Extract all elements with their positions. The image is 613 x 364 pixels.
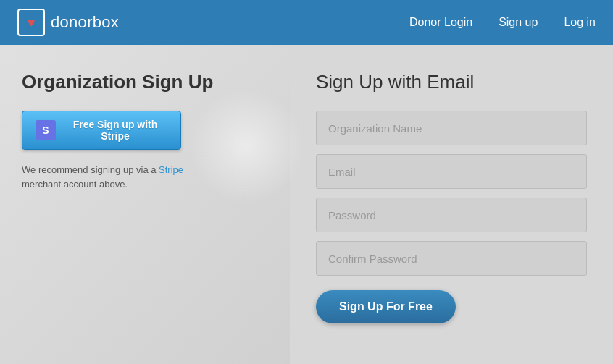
donor-login-link[interactable]: Donor Login [409,16,472,29]
recommend-suffix: merchant account above. [22,179,128,190]
stripe-button-label: Free Sign up with Stripe [63,119,167,142]
stripe-icon: S [36,120,56,140]
logo-heart-icon: ♥ [28,16,36,29]
header: ♥ donorbox Donor Login Sign up Log in [0,0,613,45]
recommend-prefix: We recommend signing up via a [22,164,159,175]
logo-area: ♥ donorbox [17,9,119,36]
stripe-letter: S [42,124,49,136]
left-panel: Organization Sign Up S Free Sign up with… [0,45,290,364]
signup-button[interactable]: Sign Up For Free [316,290,456,323]
form-title: Sign Up with Email [316,71,587,93]
stripe-text-link[interactable]: Stripe [159,164,183,175]
right-panel: Sign Up with Email Sign Up For Free [290,45,613,364]
email-input[interactable] [316,154,587,189]
org-name-input[interactable] [316,111,587,145]
confirm-password-input[interactable] [316,241,587,276]
password-input[interactable] [316,198,587,232]
nav-links: Donor Login Sign up Log in [409,16,596,29]
logo-box: ♥ [17,9,45,36]
sign-up-link[interactable]: Sign up [499,16,538,29]
logo-text: donorbox [51,13,119,32]
log-in-link[interactable]: Log in [564,16,596,29]
left-panel-title: Organization Sign Up [22,71,268,93]
main-content: Organization Sign Up S Free Sign up with… [0,45,613,364]
stripe-signup-button[interactable]: S Free Sign up with Stripe [22,111,181,150]
recommend-text: We recommend signing up via a Stripe mer… [22,163,210,191]
